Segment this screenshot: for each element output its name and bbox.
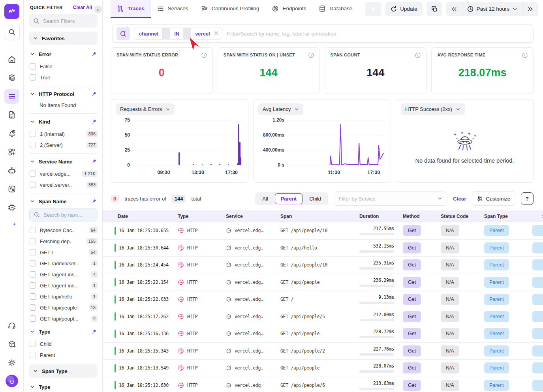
time-forward-button[interactable] bbox=[522, 2, 538, 16]
column-header[interactable]: Date bbox=[115, 214, 175, 219]
update-button[interactable]: Update bbox=[385, 2, 423, 16]
help-button[interactable]: ? bbox=[521, 192, 534, 205]
global-search-button[interactable] bbox=[4, 24, 20, 40]
rail-item-logs[interactable] bbox=[4, 107, 19, 122]
section-header-span-name[interactable]: Span Name bbox=[29, 196, 98, 206]
pin-icon[interactable] bbox=[91, 51, 97, 57]
tab-database[interactable]: Database bbox=[312, 0, 359, 18]
favorites-section-toggle[interactable]: Favorites bbox=[29, 32, 98, 45]
trace-table-row[interactable]: 16 Jan 18:25:30.644 HTTP vercel.edg… GET… bbox=[103, 240, 543, 257]
rail-item-dashboards[interactable] bbox=[4, 144, 19, 159]
tab-traces[interactable]: Traces bbox=[111, 0, 151, 18]
customize-button[interactable]: Customize bbox=[472, 191, 515, 206]
segment-parent[interactable]: Parent bbox=[275, 193, 303, 204]
rail-item-infrastructure[interactable] bbox=[4, 70, 19, 85]
column-header[interactable]: Span bbox=[277, 214, 356, 219]
filter-search-input[interactable] bbox=[43, 18, 94, 24]
service-filter-select[interactable]: Filter by Service bbox=[334, 191, 447, 206]
checkbox[interactable] bbox=[30, 142, 36, 148]
rail-item-home[interactable] bbox=[4, 52, 19, 67]
checkbox[interactable] bbox=[30, 131, 36, 137]
tab-continuous-profiling[interactable]: Continuous Profiling bbox=[195, 0, 266, 18]
section-header-kind[interactable]: Kind bbox=[29, 116, 98, 127]
trace-table-row[interactable]: 16 Jan 18:25:22.033 HTTP vercel.edg… GET… bbox=[103, 291, 543, 308]
requests-errors-dropdown[interactable]: Requests & Errors bbox=[116, 103, 175, 115]
info-icon[interactable] bbox=[522, 53, 528, 58]
column-header[interactable]: Service bbox=[223, 214, 277, 219]
segment-child[interactable]: Child bbox=[303, 193, 327, 204]
section-header-type[interactable]: Type bbox=[29, 326, 98, 337]
time-back-button[interactable] bbox=[446, 2, 462, 16]
trace-table-row[interactable]: 16 Jan 18:25:15.343 HTTP vercel.edg… GET… bbox=[103, 343, 543, 360]
play-button[interactable] bbox=[365, 2, 381, 16]
pin-icon[interactable] bbox=[91, 199, 97, 204]
checkbox[interactable] bbox=[30, 271, 36, 278]
column-header[interactable]: Span bbox=[524, 214, 543, 219]
segment-all[interactable]: All bbox=[256, 193, 274, 204]
trace-table-row[interactable]: 16 Jan 18:25:12.630 HTTP vercel.edg GET … bbox=[103, 377, 543, 392]
checkbox[interactable] bbox=[30, 249, 36, 255]
checkbox[interactable] bbox=[30, 293, 36, 300]
span-name-search-box[interactable] bbox=[29, 208, 98, 221]
checkbox[interactable] bbox=[30, 341, 36, 347]
trace-table-row[interactable]: 16 Jan 18:25:24.454 HTTP vercel.edg… GET… bbox=[103, 257, 543, 274]
time-range-dropdown[interactable]: Past 12 hours bbox=[462, 2, 522, 16]
trace-table-row[interactable]: 16 Jan 18:25:16.136 HTTP vercel.edg… GET… bbox=[103, 325, 543, 343]
column-header[interactable]: Type bbox=[175, 214, 223, 219]
section-header-service-name[interactable]: Service Name bbox=[29, 156, 98, 167]
trace-table-row[interactable]: 16 Jan 18:25:17.262 HTTP vercel.edg… GET… bbox=[103, 308, 543, 326]
pin-icon[interactable] bbox=[91, 119, 97, 124]
brand-logo[interactable] bbox=[4, 4, 19, 19]
info-icon[interactable] bbox=[415, 53, 421, 58]
ai-search-button[interactable] bbox=[116, 27, 130, 40]
rail-item-session-replay[interactable] bbox=[4, 182, 19, 197]
checkbox[interactable] bbox=[30, 315, 36, 322]
rail-item-support[interactable] bbox=[4, 318, 19, 333]
pin-icon[interactable] bbox=[91, 91, 97, 97]
section-header-type-2[interactable]: Type bbox=[29, 382, 98, 392]
checkbox[interactable] bbox=[30, 352, 36, 358]
pin-icon[interactable] bbox=[91, 159, 97, 164]
column-header[interactable]: Method bbox=[400, 214, 438, 219]
checkbox[interactable] bbox=[30, 238, 36, 244]
rail-item-processor[interactable] bbox=[4, 200, 19, 215]
column-header[interactable]: Duration bbox=[356, 214, 400, 219]
rail-item-integrations[interactable] bbox=[4, 337, 19, 352]
checkbox[interactable] bbox=[30, 260, 36, 266]
section-header-http-protocol[interactable]: HTTP Protocol bbox=[29, 89, 98, 99]
filter-chip-channel-in-vercel[interactable]: channel IN vercel bbox=[135, 28, 222, 39]
trace-table-row[interactable]: 16 Jan 18:25:22.154 HTTP vercel.edg… GET… bbox=[103, 274, 543, 291]
trace-table-row[interactable]: 16 Jan 18:25:13.549 HTTP vercel.edg… GET… bbox=[103, 360, 543, 377]
column-header[interactable]: Span Type bbox=[481, 214, 524, 219]
checkbox[interactable] bbox=[30, 74, 36, 81]
info-icon[interactable] bbox=[201, 53, 207, 58]
tab-services[interactable]: Services bbox=[151, 0, 195, 18]
rail-item-ai[interactable] bbox=[4, 219, 19, 234]
user-avatar[interactable] bbox=[6, 375, 18, 387]
column-header[interactable]: Status Code bbox=[438, 214, 481, 219]
clear-link[interactable]: Clear bbox=[453, 196, 466, 202]
filter-search-box[interactable] bbox=[29, 14, 98, 28]
checkbox[interactable] bbox=[30, 182, 36, 188]
checkbox[interactable] bbox=[30, 282, 36, 289]
checkbox[interactable] bbox=[30, 304, 36, 311]
avg-latency-dropdown[interactable]: Avg Latency bbox=[258, 103, 303, 115]
checkbox[interactable] bbox=[30, 227, 36, 233]
info-icon[interactable] bbox=[308, 53, 314, 58]
tab-endpoints[interactable]: Endpoints bbox=[265, 0, 312, 18]
pin-icon[interactable] bbox=[91, 329, 97, 334]
copy-view-button[interactable] bbox=[427, 2, 442, 16]
collapse-panel-button[interactable]: ‹ bbox=[93, 5, 103, 14]
clear-all-link[interactable]: Clear All bbox=[73, 5, 92, 10]
http-success-dropdown[interactable]: HTTP Success (2xx) bbox=[401, 103, 465, 115]
rail-item-traces[interactable] bbox=[4, 89, 19, 104]
rail-item-alerts[interactable] bbox=[4, 126, 19, 141]
rail-item-settings[interactable] bbox=[4, 355, 19, 370]
trace-search-input[interactable] bbox=[227, 31, 529, 37]
trace-table-row[interactable]: 16 Jan 18:25:30.655 HTTP vercel.edg… GET… bbox=[103, 222, 543, 240]
chip-remove-icon[interactable] bbox=[214, 31, 222, 37]
span-type-section-toggle[interactable]: Span Type bbox=[29, 364, 98, 378]
checkbox[interactable] bbox=[30, 171, 36, 177]
span-name-search-input[interactable] bbox=[43, 212, 93, 218]
section-header-error[interactable]: Error bbox=[29, 49, 98, 59]
